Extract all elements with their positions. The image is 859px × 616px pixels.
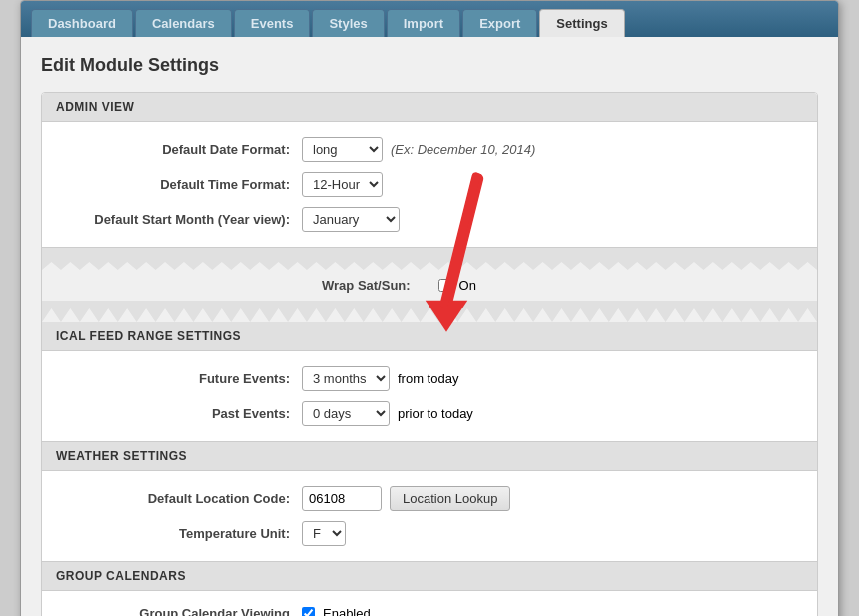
- ical-feed-header: ICAL FEED RANGE SETTINGS: [42, 322, 817, 351]
- group-viewing-checkbox[interactable]: [302, 607, 315, 616]
- tab-export[interactable]: Export: [462, 9, 537, 37]
- wrap-sat-sun-label: Wrap Sat/Sun:: [322, 278, 423, 293]
- wrap-sat-sun-row: Wrap Sat/Sun: On: [42, 270, 817, 301]
- admin-view-block: ADMIN VIEW Default Date Format: long sho…: [42, 93, 817, 248]
- ical-feed-title: ICAL FEED RANGE SETTINGS: [56, 329, 803, 343]
- date-format-label: Default Date Format:: [62, 142, 302, 157]
- date-format-row: Default Date Format: long short medium (…: [42, 132, 817, 167]
- start-month-control: JanuaryFebruaryMarch AprilMayJune JulyAu…: [302, 207, 400, 232]
- weather-settings-title: WEATHER SETTINGS: [56, 449, 803, 463]
- admin-view-section: ADMIN VIEW Default Date Format: long sho…: [41, 92, 818, 616]
- admin-view-body: Default Date Format: long short medium (…: [42, 122, 817, 247]
- temp-unit-control: F C: [302, 521, 346, 546]
- ical-feed-body: Future Events: 1 month 2 months 3 months…: [42, 351, 817, 441]
- group-viewing-row: Group Calendar Viewing Enabled: [42, 601, 817, 616]
- location-code-input[interactable]: [302, 486, 382, 511]
- page-title: Edit Module Settings: [41, 55, 818, 76]
- weather-settings-section: WEATHER SETTINGS Default Location Code: …: [42, 442, 817, 562]
- location-code-row: Default Location Code: Location Lookup: [42, 481, 817, 516]
- wrap-sat-sun-checkbox[interactable]: [438, 279, 451, 292]
- location-code-label: Default Location Code:: [62, 491, 302, 506]
- future-events-select[interactable]: 1 month 2 months 3 months 6 months 1 yea…: [302, 366, 390, 391]
- time-format-select[interactable]: 12-Hour 24-Hour: [302, 172, 383, 197]
- date-format-control: long short medium (Ex: December 10, 2014…: [302, 137, 535, 162]
- future-events-row: Future Events: 1 month 2 months 3 months…: [42, 361, 817, 396]
- group-viewing-label: Group Calendar Viewing: [62, 606, 302, 616]
- past-events-suffix: prior to today: [398, 406, 473, 421]
- past-events-row: Past Events: 0 days 1 month 2 months 3 m…: [42, 396, 817, 431]
- zigzag-top-svg: [42, 248, 817, 270]
- temp-unit-row: Temperature Unit: F C: [42, 516, 817, 551]
- group-calendars-title: GROUP CALENDARS: [56, 569, 803, 583]
- date-format-hint: (Ex: December 10, 2014): [391, 142, 535, 157]
- weather-settings-header: WEATHER SETTINGS: [42, 442, 817, 471]
- weather-settings-body: Default Location Code: Location Lookup T…: [42, 471, 817, 561]
- torn-paper-bottom: [42, 301, 817, 322]
- tab-events[interactable]: Events: [234, 9, 311, 37]
- zigzag-bottom-svg: [42, 301, 817, 322]
- group-calendars-body: Group Calendar Viewing Enabled Allowed R…: [42, 591, 817, 616]
- main-window: Dashboard Calendars Events Styles Import…: [20, 0, 839, 616]
- admin-view-header: ADMIN VIEW: [42, 93, 817, 122]
- wrap-sat-sun-checkbox-label: On: [459, 278, 476, 293]
- past-events-label: Past Events:: [62, 406, 302, 421]
- admin-view-title: ADMIN VIEW: [56, 100, 803, 114]
- tab-bar: Dashboard Calendars Events Styles Import…: [21, 1, 838, 37]
- temp-unit-select[interactable]: F C: [302, 521, 346, 546]
- temp-unit-label: Temperature Unit:: [62, 526, 302, 541]
- past-events-control: 0 days 1 month 2 months 3 months prior t…: [302, 401, 473, 426]
- tab-calendars[interactable]: Calendars: [135, 9, 232, 37]
- time-format-label: Default Time Format:: [62, 177, 302, 192]
- date-format-select[interactable]: long short medium: [302, 137, 383, 162]
- torn-paper-top: [42, 248, 817, 270]
- time-format-row: Default Time Format: 12-Hour 24-Hour: [42, 167, 817, 202]
- start-month-select[interactable]: JanuaryFebruaryMarch AprilMayJune JulyAu…: [302, 207, 400, 232]
- time-format-control: 12-Hour 24-Hour: [302, 172, 383, 197]
- future-events-control: 1 month 2 months 3 months 6 months 1 yea…: [302, 366, 458, 391]
- past-events-select[interactable]: 0 days 1 month 2 months 3 months: [302, 401, 390, 426]
- future-events-suffix: from today: [398, 371, 458, 386]
- tab-styles[interactable]: Styles: [312, 9, 384, 37]
- ical-feed-section: ICAL FEED RANGE SETTINGS Future Events: …: [42, 322, 817, 442]
- group-viewing-control: Enabled: [302, 606, 371, 616]
- location-code-control: Location Lookup: [302, 486, 510, 511]
- future-events-label: Future Events:: [62, 371, 302, 386]
- tab-settings[interactable]: Settings: [539, 9, 624, 37]
- start-month-row: Default Start Month (Year view): January…: [42, 202, 817, 237]
- location-lookup-button[interactable]: Location Lookup: [390, 486, 510, 511]
- main-content: Edit Module Settings ADMIN VIEW Default …: [21, 37, 838, 616]
- tab-import[interactable]: Import: [387, 9, 460, 37]
- group-calendars-header: GROUP CALENDARS: [42, 562, 817, 591]
- tab-dashboard[interactable]: Dashboard: [31, 9, 133, 37]
- group-viewing-checkbox-label: Enabled: [323, 606, 371, 616]
- group-calendars-section: GROUP CALENDARS Group Calendar Viewing E…: [42, 562, 817, 616]
- start-month-label: Default Start Month (Year view):: [62, 212, 302, 227]
